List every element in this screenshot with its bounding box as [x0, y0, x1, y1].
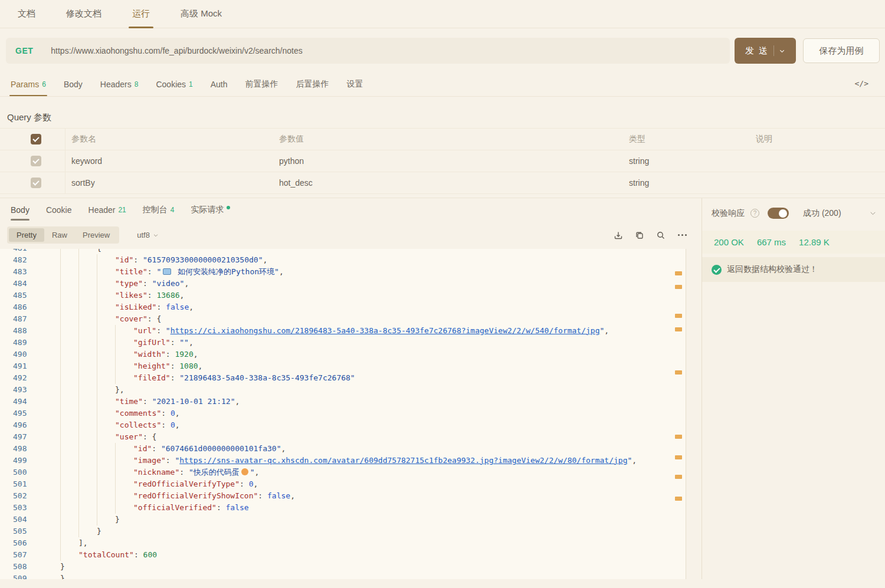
- check-circle-icon: [712, 265, 722, 275]
- code-line: 486"isLiked": false,: [0, 301, 686, 313]
- response-toolbar: Pretty Raw Preview utf8: [0, 222, 702, 249]
- response-tab-bar: Body Cookie Header 21 控制台 4 实际请求: [0, 198, 702, 222]
- query-params-title: Query 参数: [7, 112, 885, 123]
- tab-auth[interactable]: Auth: [211, 72, 228, 96]
- chevron-down-icon[interactable]: [779, 48, 785, 54]
- scrollbar-marker: [675, 435, 682, 439]
- param-value[interactable]: hot_desc: [273, 178, 623, 188]
- param-name[interactable]: keyword: [65, 150, 273, 172]
- tab-cookies[interactable]: Cookies 1: [156, 72, 192, 96]
- url-text[interactable]: https://www.xiaohongshu.com/fe_api/burdo…: [51, 46, 302, 55]
- select-all-checkbox[interactable]: [31, 134, 41, 144]
- col-name: 参数名: [65, 129, 273, 150]
- param-type[interactable]: string: [623, 178, 750, 188]
- code-line: 504}: [0, 514, 686, 525]
- params-table-header: 参数名 参数值 类型 说明: [0, 128, 885, 150]
- col-desc: 说明: [750, 134, 885, 144]
- code-line: 500"nickname": "快乐的代码蛋",: [0, 467, 686, 478]
- search-icon[interactable]: [655, 230, 666, 241]
- minimap-markers[interactable]: [674, 249, 682, 579]
- code-view-icon[interactable]: </>: [855, 79, 868, 88]
- method-badge[interactable]: GET: [15, 46, 33, 55]
- request-bar: GET https://www.xiaohongshu.com/fe_api/b…: [0, 28, 885, 72]
- save-as-case-button[interactable]: 保存为用例: [803, 38, 880, 63]
- tab-edit-docs[interactable]: 修改文档: [66, 0, 101, 28]
- code-line: 490"width": 1920,: [0, 349, 686, 360]
- egg-emoji-icon: [241, 468, 248, 475]
- code-line: 495"comments": 0,: [0, 408, 686, 419]
- code-line: 489"gifUrl": "",: [0, 337, 686, 349]
- response-area: Body Cookie Header 21 控制台 4 实际请求 Pretty …: [0, 198, 885, 579]
- code-line: 491"height": 1080,: [0, 360, 686, 372]
- params-table: 参数名 参数值 类型 说明 keyword python string sort…: [0, 128, 885, 194]
- tab-headers[interactable]: Headers 8: [100, 72, 139, 96]
- code-line: 487"cover": {: [0, 313, 686, 325]
- scrollbar-marker: [675, 327, 682, 331]
- code-line: 483"title": " 如何安装纯净的Python环境",: [0, 266, 686, 278]
- tab-body[interactable]: Body: [64, 72, 83, 96]
- table-row: sortBy hot_desc string: [0, 172, 885, 194]
- download-icon[interactable]: [613, 230, 624, 241]
- tab-run[interactable]: 运行: [132, 0, 150, 28]
- code-line: 499"image": "https://sns-avatar-qc.xhscd…: [0, 455, 686, 467]
- status-code: 200 OK: [714, 237, 744, 247]
- send-button[interactable]: 发 送: [735, 38, 796, 64]
- tab-docs[interactable]: 文档: [18, 0, 35, 28]
- laptop-emoji-icon: [163, 268, 171, 275]
- more-icon[interactable]: [677, 230, 687, 241]
- tab-params[interactable]: Params 6: [11, 72, 46, 96]
- row-checkbox[interactable]: [31, 156, 41, 166]
- tab-post-request[interactable]: 后置操作: [296, 72, 329, 96]
- view-raw[interactable]: Raw: [44, 228, 75, 242]
- response-status-bar: 200 OK 667 ms 12.89 K: [702, 231, 885, 254]
- tab-response-body[interactable]: Body: [11, 198, 30, 222]
- send-divider: [773, 45, 774, 56]
- validation-message: 返回数据结构校验通过！: [727, 264, 818, 275]
- chevron-down-icon[interactable]: [869, 209, 877, 217]
- param-type[interactable]: string: [623, 156, 750, 166]
- validation-header: 校验响应 成功 (200): [702, 202, 885, 226]
- scenario-select[interactable]: 成功 (200): [803, 208, 841, 219]
- unread-dot-icon: [227, 206, 230, 209]
- code-line: 493},: [0, 384, 686, 396]
- code-line: 508}: [0, 561, 686, 573]
- code-line: 509}: [0, 573, 686, 579]
- code-line: 501"redOfficialVerifyType": 0,: [0, 478, 686, 490]
- help-icon[interactable]: [750, 209, 759, 218]
- view-preview[interactable]: Preview: [75, 228, 117, 242]
- cookies-count: 1: [189, 80, 193, 88]
- code-line: 485"likes": 13686,: [0, 290, 686, 301]
- send-label: 发 送: [745, 45, 769, 57]
- code-line: 507"totalCount": 600: [0, 549, 686, 561]
- headers-count: 8: [135, 80, 139, 88]
- response-time: 667 ms: [757, 237, 786, 247]
- tab-actual-request[interactable]: 实际请求: [191, 198, 230, 222]
- tab-settings[interactable]: 设置: [347, 72, 363, 96]
- tab-response-header[interactable]: Header 21: [88, 198, 126, 222]
- code-line: 498"id": "6074661d000000000101fa30",: [0, 443, 686, 455]
- col-value: 参数值: [273, 134, 623, 144]
- param-value[interactable]: python: [273, 156, 623, 166]
- url-input[interactable]: GET https://www.xiaohongshu.com/fe_api/b…: [6, 38, 730, 64]
- tab-pre-request[interactable]: 前置操作: [245, 72, 278, 96]
- code-editor[interactable]: 481{482"id": "6157093300000000210350d0",…: [0, 249, 686, 579]
- tab-response-cookie[interactable]: Cookie: [46, 198, 72, 222]
- copy-icon[interactable]: [634, 230, 645, 241]
- tab-console[interactable]: 控制台 4: [143, 198, 175, 222]
- code-line: 496"collects": 0,: [0, 419, 686, 431]
- params-count: 6: [42, 80, 46, 88]
- response-size: 12.89 K: [799, 237, 830, 247]
- view-pretty[interactable]: Pretty: [9, 228, 44, 242]
- table-row: keyword python string: [0, 150, 885, 172]
- chevron-down-icon: [153, 232, 159, 238]
- tab-advanced-mock[interactable]: 高级 Mock: [181, 0, 222, 28]
- validation-toggle[interactable]: [768, 208, 789, 219]
- param-name[interactable]: sortBy: [65, 172, 273, 193]
- code-line: 497"user": {: [0, 431, 686, 443]
- validation-panel: 校验响应 成功 (200) 200 OK 667 ms 12.89 K 返回数据…: [702, 198, 885, 579]
- encoding-select[interactable]: utf8: [137, 231, 159, 239]
- code-line: 484"type": "video",: [0, 278, 686, 290]
- code-line: 494"time": "2021-10-01 21:12",: [0, 396, 686, 408]
- response-panel: Body Cookie Header 21 控制台 4 实际请求 Pretty …: [0, 198, 702, 579]
- row-checkbox[interactable]: [31, 178, 41, 188]
